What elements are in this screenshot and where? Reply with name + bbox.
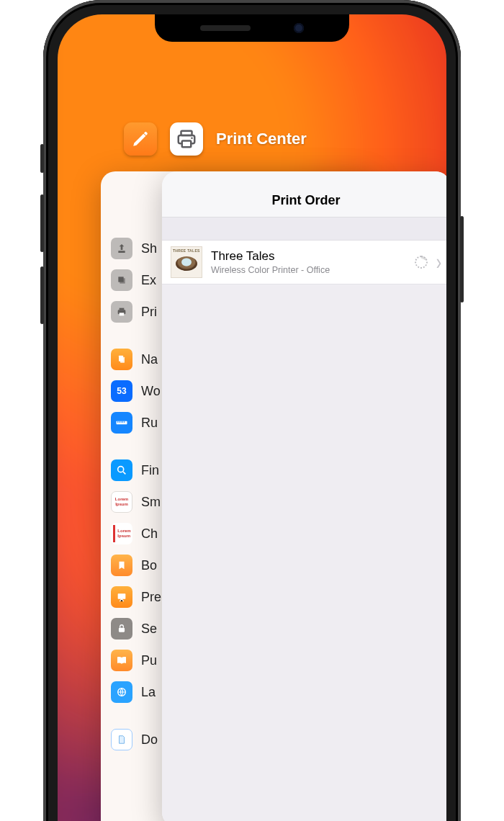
menu-label: Na bbox=[141, 352, 158, 367]
print-job-title: Three Tales bbox=[211, 249, 406, 264]
svg-rect-7 bbox=[120, 308, 125, 310]
menu-label: Pri bbox=[141, 305, 157, 320]
notch bbox=[155, 14, 349, 42]
svg-rect-2 bbox=[182, 141, 192, 148]
lock-icon bbox=[111, 618, 132, 640]
print-center-app-icon[interactable] bbox=[170, 122, 203, 156]
menu-label: Se bbox=[141, 622, 157, 637]
document-thumbnail: THREE TALES bbox=[171, 246, 202, 278]
volume-down-button bbox=[40, 266, 44, 324]
app-switcher-card-print-center[interactable]: Print Order THREE TALES Three Tales Wire… bbox=[162, 171, 446, 821]
menu-label: Bo bbox=[141, 558, 157, 573]
presentation-icon bbox=[111, 586, 132, 608]
print-job-text: Three Tales Wireless Color Printer - Off… bbox=[211, 249, 406, 275]
section-spacer bbox=[162, 217, 446, 241]
speaker-grille bbox=[200, 25, 251, 31]
active-app-title: Print Center bbox=[216, 130, 307, 148]
menu-label: Pre bbox=[141, 590, 161, 605]
svg-rect-10 bbox=[120, 357, 125, 363]
menu-label: Ex bbox=[141, 273, 156, 288]
print-job-subtitle: Wireless Color Printer - Office bbox=[211, 265, 406, 275]
volume-up-button bbox=[40, 194, 44, 252]
menu-label: Pu bbox=[141, 653, 157, 668]
menu-label: Ch bbox=[141, 526, 158, 542]
svg-rect-13 bbox=[118, 593, 126, 598]
app-switcher-header: Print Center bbox=[124, 122, 307, 156]
pages-app-icon[interactable] bbox=[124, 122, 157, 156]
menu-label: La bbox=[141, 685, 156, 700]
page-icon bbox=[111, 729, 132, 750]
ruler-icon bbox=[111, 412, 132, 434]
menu-label: Sm bbox=[141, 495, 161, 510]
globe-icon bbox=[111, 681, 132, 703]
thumbnail-image bbox=[176, 256, 197, 271]
lorem-red-icon: LoremIpsum bbox=[111, 523, 132, 544]
svg-rect-14 bbox=[119, 628, 125, 632]
chevron-right-icon: › bbox=[436, 251, 441, 274]
documents-icon bbox=[111, 349, 132, 370]
layers-icon bbox=[111, 269, 132, 291]
svg-rect-5 bbox=[120, 278, 125, 283]
menu-label: Wo bbox=[141, 384, 161, 399]
printer-small-icon bbox=[111, 301, 132, 323]
menu-label: Do bbox=[141, 732, 158, 748]
print-order-empty-area bbox=[162, 284, 446, 821]
thumbnail-caption: THREE TALES bbox=[173, 248, 200, 253]
phone-frame: Print Center Sh Ex bbox=[43, 0, 461, 821]
printer-icon bbox=[176, 128, 197, 150]
phone-screen: Print Center Sh Ex bbox=[58, 14, 446, 821]
svg-point-12 bbox=[118, 467, 124, 472]
svg-rect-8 bbox=[120, 313, 125, 315]
svg-point-3 bbox=[191, 138, 193, 140]
bookmark-icon bbox=[111, 555, 132, 576]
menu-label: Fin bbox=[141, 463, 159, 478]
menu-label: Sh bbox=[141, 241, 157, 256]
lorem-icon: LoremIpsum bbox=[111, 491, 132, 513]
search-icon bbox=[111, 459, 132, 481]
side-button bbox=[460, 216, 464, 302]
print-job-row[interactable]: THREE TALES Three Tales Wireless Color P… bbox=[162, 241, 446, 284]
calendar-53-icon: 53 bbox=[111, 380, 132, 402]
mute-switch bbox=[40, 144, 44, 173]
front-camera bbox=[294, 23, 304, 33]
menu-label: Ru bbox=[141, 416, 158, 431]
loading-spinner-icon bbox=[415, 256, 428, 269]
open-book-icon bbox=[111, 650, 132, 671]
print-order-title: Print Order bbox=[162, 171, 446, 217]
share-icon bbox=[111, 238, 132, 259]
pencil-icon bbox=[131, 130, 150, 148]
